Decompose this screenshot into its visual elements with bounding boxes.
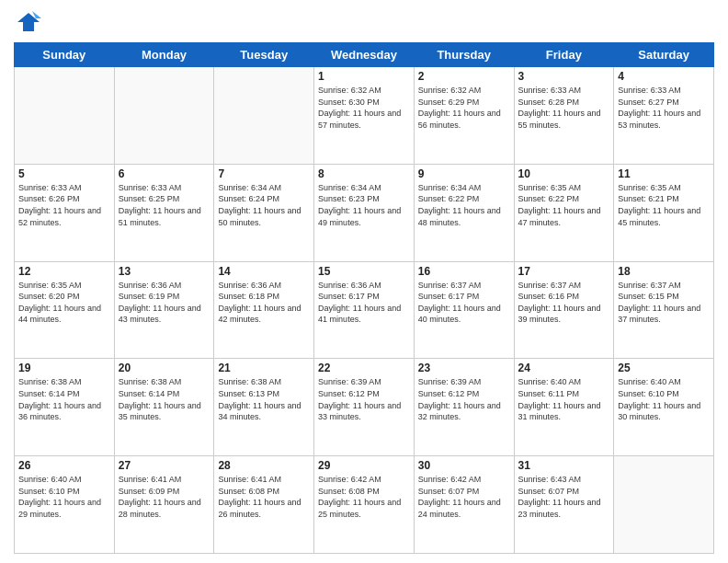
day-number: 14 bbox=[218, 265, 310, 278]
calendar-cell: 31Sunrise: 6:43 AMSunset: 6:07 PMDayligh… bbox=[514, 456, 614, 554]
calendar-week-row: 5Sunrise: 6:33 AMSunset: 6:26 PMDaylight… bbox=[15, 164, 714, 261]
day-info: Sunrise: 6:43 AMSunset: 6:07 PMDaylight:… bbox=[518, 474, 610, 520]
day-number: 5 bbox=[18, 167, 110, 180]
calendar-cell: 15Sunrise: 6:36 AMSunset: 6:17 PMDayligh… bbox=[314, 261, 415, 359]
day-info: Sunrise: 6:41 AMSunset: 6:08 PMDaylight:… bbox=[218, 474, 310, 520]
calendar-cell: 25Sunrise: 6:40 AMSunset: 6:10 PMDayligh… bbox=[614, 359, 714, 456]
day-number: 24 bbox=[518, 362, 610, 374]
calendar-cell: 6Sunrise: 6:33 AMSunset: 6:25 PMDaylight… bbox=[114, 164, 214, 261]
day-number: 27 bbox=[119, 459, 210, 472]
day-info: Sunrise: 6:37 AMSunset: 6:15 PMDaylight:… bbox=[618, 280, 710, 326]
calendar-cell: 10Sunrise: 6:35 AMSunset: 6:22 PMDayligh… bbox=[514, 164, 614, 261]
calendar-body: 1Sunrise: 6:32 AMSunset: 6:30 PMDaylight… bbox=[15, 67, 714, 554]
calendar-week-row: 1Sunrise: 6:32 AMSunset: 6:30 PMDaylight… bbox=[15, 67, 714, 165]
day-info: Sunrise: 6:39 AMSunset: 6:12 PMDaylight:… bbox=[318, 376, 410, 422]
day-number: 13 bbox=[119, 265, 210, 278]
day-info: Sunrise: 6:42 AMSunset: 6:07 PMDaylight:… bbox=[418, 474, 510, 520]
day-info: Sunrise: 6:38 AMSunset: 6:14 PMDaylight:… bbox=[18, 376, 110, 422]
day-number: 20 bbox=[119, 362, 210, 374]
calendar-cell: 28Sunrise: 6:41 AMSunset: 6:08 PMDayligh… bbox=[214, 456, 314, 554]
calendar-table: SundayMondayTuesdayWednesdayThursdayFrid… bbox=[14, 42, 714, 554]
calendar-cell: 4Sunrise: 6:33 AMSunset: 6:27 PMDaylight… bbox=[614, 67, 714, 165]
day-number: 9 bbox=[418, 167, 510, 180]
day-info: Sunrise: 6:36 AMSunset: 6:18 PMDaylight:… bbox=[218, 280, 310, 326]
day-number: 22 bbox=[318, 362, 410, 374]
calendar-cell: 21Sunrise: 6:38 AMSunset: 6:13 PMDayligh… bbox=[214, 359, 314, 456]
calendar-cell: 19Sunrise: 6:38 AMSunset: 6:14 PMDayligh… bbox=[15, 359, 115, 456]
calendar-cell: 24Sunrise: 6:40 AMSunset: 6:11 PMDayligh… bbox=[514, 359, 614, 456]
day-of-week-header: Wednesday bbox=[314, 43, 415, 67]
day-info: Sunrise: 6:33 AMSunset: 6:27 PMDaylight:… bbox=[618, 85, 710, 131]
day-info: Sunrise: 6:35 AMSunset: 6:22 PMDaylight:… bbox=[518, 182, 610, 228]
day-info: Sunrise: 6:38 AMSunset: 6:14 PMDaylight:… bbox=[119, 376, 210, 422]
day-info: Sunrise: 6:36 AMSunset: 6:19 PMDaylight:… bbox=[119, 280, 210, 326]
day-info: Sunrise: 6:33 AMSunset: 6:26 PMDaylight:… bbox=[18, 182, 110, 228]
days-of-week-row: SundayMondayTuesdayWednesdayThursdayFrid… bbox=[15, 43, 714, 67]
day-info: Sunrise: 6:41 AMSunset: 6:09 PMDaylight:… bbox=[119, 474, 210, 520]
logo-icon bbox=[16, 9, 41, 35]
calendar-cell: 17Sunrise: 6:37 AMSunset: 6:16 PMDayligh… bbox=[514, 261, 614, 359]
day-number: 29 bbox=[318, 459, 410, 472]
day-number: 26 bbox=[18, 459, 110, 472]
page: SundayMondayTuesdayWednesdayThursdayFrid… bbox=[0, 0, 728, 563]
calendar-cell bbox=[15, 67, 115, 165]
day-number: 28 bbox=[218, 459, 310, 472]
calendar-cell bbox=[114, 67, 214, 165]
day-of-week-header: Monday bbox=[114, 43, 214, 67]
day-info: Sunrise: 6:40 AMSunset: 6:11 PMDaylight:… bbox=[518, 376, 610, 422]
calendar-week-row: 19Sunrise: 6:38 AMSunset: 6:14 PMDayligh… bbox=[15, 359, 714, 456]
calendar-cell bbox=[614, 456, 714, 554]
day-info: Sunrise: 6:40 AMSunset: 6:10 PMDaylight:… bbox=[618, 376, 710, 422]
calendar-cell: 26Sunrise: 6:40 AMSunset: 6:10 PMDayligh… bbox=[15, 456, 115, 554]
calendar-cell: 8Sunrise: 6:34 AMSunset: 6:23 PMDaylight… bbox=[314, 164, 415, 261]
day-number: 2 bbox=[418, 70, 510, 83]
calendar-cell: 13Sunrise: 6:36 AMSunset: 6:19 PMDayligh… bbox=[114, 261, 214, 359]
day-info: Sunrise: 6:40 AMSunset: 6:10 PMDaylight:… bbox=[18, 474, 110, 520]
day-info: Sunrise: 6:34 AMSunset: 6:23 PMDaylight:… bbox=[318, 182, 410, 228]
calendar-cell: 11Sunrise: 6:35 AMSunset: 6:21 PMDayligh… bbox=[614, 164, 714, 261]
day-of-week-header: Sunday bbox=[15, 43, 115, 67]
calendar-cell: 14Sunrise: 6:36 AMSunset: 6:18 PMDayligh… bbox=[214, 261, 314, 359]
day-number: 4 bbox=[618, 70, 710, 83]
day-number: 8 bbox=[318, 167, 410, 180]
day-of-week-header: Saturday bbox=[614, 43, 714, 67]
calendar-header: SundayMondayTuesdayWednesdayThursdayFrid… bbox=[15, 43, 714, 67]
day-info: Sunrise: 6:42 AMSunset: 6:08 PMDaylight:… bbox=[318, 474, 410, 520]
calendar-cell: 29Sunrise: 6:42 AMSunset: 6:08 PMDayligh… bbox=[314, 456, 415, 554]
day-number: 3 bbox=[518, 70, 610, 83]
day-number: 19 bbox=[18, 362, 110, 374]
day-number: 15 bbox=[318, 265, 410, 278]
day-info: Sunrise: 6:35 AMSunset: 6:20 PMDaylight:… bbox=[18, 280, 110, 326]
day-number: 31 bbox=[518, 459, 610, 472]
day-number: 7 bbox=[218, 167, 310, 180]
day-of-week-header: Friday bbox=[514, 43, 614, 67]
calendar-cell: 16Sunrise: 6:37 AMSunset: 6:17 PMDayligh… bbox=[414, 261, 514, 359]
day-number: 6 bbox=[119, 167, 210, 180]
calendar-cell: 23Sunrise: 6:39 AMSunset: 6:12 PMDayligh… bbox=[414, 359, 514, 456]
calendar-week-row: 12Sunrise: 6:35 AMSunset: 6:20 PMDayligh… bbox=[15, 261, 714, 359]
day-info: Sunrise: 6:39 AMSunset: 6:12 PMDaylight:… bbox=[418, 376, 510, 422]
calendar-cell: 18Sunrise: 6:37 AMSunset: 6:15 PMDayligh… bbox=[614, 261, 714, 359]
header bbox=[14, 9, 714, 35]
calendar-cell: 27Sunrise: 6:41 AMSunset: 6:09 PMDayligh… bbox=[114, 456, 214, 554]
day-number: 1 bbox=[318, 70, 410, 83]
day-info: Sunrise: 6:33 AMSunset: 6:28 PMDaylight:… bbox=[518, 85, 610, 131]
day-number: 11 bbox=[618, 167, 710, 180]
calendar-cell: 1Sunrise: 6:32 AMSunset: 6:30 PMDaylight… bbox=[314, 67, 415, 165]
day-info: Sunrise: 6:35 AMSunset: 6:21 PMDaylight:… bbox=[618, 182, 710, 228]
calendar-cell: 12Sunrise: 6:35 AMSunset: 6:20 PMDayligh… bbox=[15, 261, 115, 359]
day-number: 23 bbox=[418, 362, 510, 374]
day-info: Sunrise: 6:34 AMSunset: 6:22 PMDaylight:… bbox=[418, 182, 510, 228]
calendar-cell: 7Sunrise: 6:34 AMSunset: 6:24 PMDaylight… bbox=[214, 164, 314, 261]
calendar-cell: 22Sunrise: 6:39 AMSunset: 6:12 PMDayligh… bbox=[314, 359, 415, 456]
day-number: 16 bbox=[418, 265, 510, 278]
day-number: 30 bbox=[418, 459, 510, 472]
day-number: 18 bbox=[618, 265, 710, 278]
day-number: 10 bbox=[518, 167, 610, 180]
day-number: 25 bbox=[618, 362, 710, 374]
day-info: Sunrise: 6:37 AMSunset: 6:16 PMDaylight:… bbox=[518, 280, 610, 326]
day-info: Sunrise: 6:37 AMSunset: 6:17 PMDaylight:… bbox=[418, 280, 510, 326]
day-info: Sunrise: 6:32 AMSunset: 6:29 PMDaylight:… bbox=[418, 85, 510, 131]
day-number: 12 bbox=[18, 265, 110, 278]
calendar-cell: 30Sunrise: 6:42 AMSunset: 6:07 PMDayligh… bbox=[414, 456, 514, 554]
